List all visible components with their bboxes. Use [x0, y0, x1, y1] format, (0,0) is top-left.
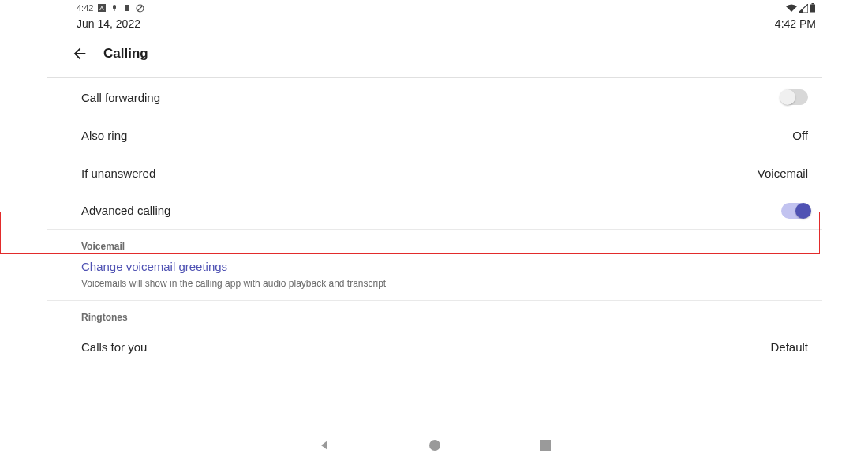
svg-rect-2: [113, 5, 116, 9]
svg-line-6: [138, 6, 143, 10]
battery-saver-icon: [123, 4, 131, 12]
svg-rect-8: [812, 3, 814, 5]
app-bar: Calling: [47, 36, 822, 77]
row-label: Call forwarding: [81, 91, 160, 104]
status-bar-right: [786, 3, 816, 13]
nav-home-icon: [428, 439, 441, 452]
change-voicemail-greetings-link[interactable]: Change voicemail greetings: [47, 257, 822, 275]
nav-recent-button[interactable]: [537, 437, 553, 453]
status-bar-left: 4:42 A: [77, 3, 144, 13]
section-header-voicemail: Voicemail: [47, 230, 822, 257]
row-also-ring[interactable]: Also ring Off: [47, 116, 822, 154]
header-date: Jun 14, 2022: [77, 17, 140, 30]
svg-rect-3: [114, 9, 115, 11]
page-title: Calling: [103, 46, 148, 62]
section-header-ringtones: Ringtones: [47, 301, 822, 328]
call-forwarding-toggle[interactable]: [781, 89, 808, 105]
row-label: Calls for you: [81, 340, 147, 354]
row-calls-for-you[interactable]: Calls for you Default: [47, 328, 822, 366]
status-time: 4:42: [77, 3, 93, 13]
voicemail-help-text: Voicemails will show in the calling app …: [47, 275, 822, 301]
svg-point-9: [429, 440, 440, 451]
svg-rect-7: [810, 5, 815, 13]
header-time: 4:42 PM: [775, 17, 816, 30]
android-status-bar: 4:42 A: [47, 0, 822, 16]
advanced-calling-toggle[interactable]: [781, 203, 808, 219]
row-call-forwarding[interactable]: Call forwarding: [47, 78, 822, 116]
row-value: Off: [792, 129, 808, 142]
nav-home-button[interactable]: [427, 437, 443, 453]
signal-icon: [799, 4, 808, 13]
device-screen: 4:42 A Jun: [47, 0, 822, 469]
row-if-unanswered[interactable]: If unanswered Voicemail: [47, 154, 822, 192]
svg-rect-10: [540, 440, 551, 451]
row-value: Default: [770, 340, 808, 354]
android-nav-bar: [47, 422, 822, 469]
arrow-left-icon: [71, 45, 88, 62]
dnd-icon: [136, 4, 144, 13]
row-label: If unanswered: [81, 167, 155, 180]
back-button[interactable]: [70, 44, 89, 63]
nav-back-button[interactable]: [316, 437, 332, 453]
svg-rect-4: [125, 5, 129, 11]
nav-back-icon: [318, 439, 331, 452]
battery-icon: [810, 3, 816, 13]
row-label: Also ring: [81, 129, 127, 142]
row-label: Advanced calling: [81, 204, 170, 217]
subheader: Jun 14, 2022 4:42 PM: [47, 16, 822, 36]
row-advanced-calling[interactable]: Advanced calling: [47, 192, 822, 230]
svg-text:A: A: [100, 5, 105, 12]
row-value: Voicemail: [758, 167, 808, 180]
app-a-icon: A: [98, 4, 106, 12]
nav-recent-icon: [540, 440, 551, 451]
mic-icon: [110, 4, 118, 12]
wifi-icon: [786, 4, 797, 13]
